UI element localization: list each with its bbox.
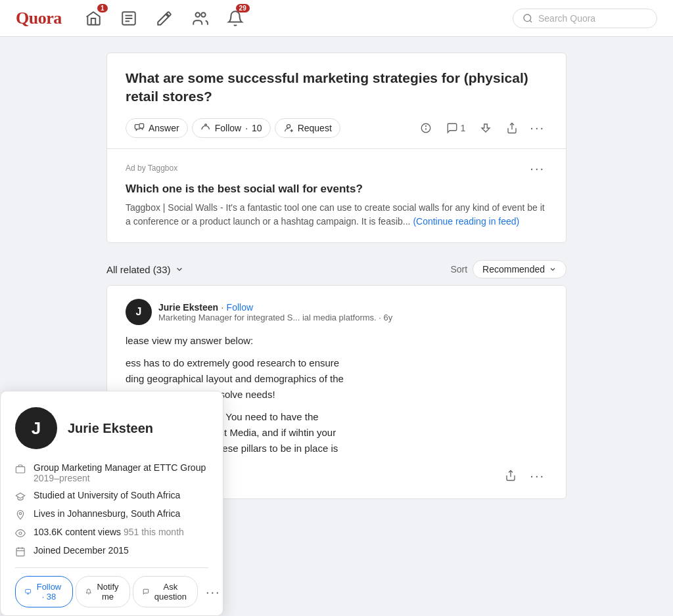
- ad-more-button[interactable]: ···: [527, 161, 547, 176]
- ad-text: Taggbox | Social Walls - It's a fantasti…: [126, 201, 547, 229]
- nav-edit[interactable]: [152, 7, 176, 30]
- home-badge: 1: [97, 4, 108, 12]
- briefcase-icon: [15, 464, 26, 474]
- answer-more-button[interactable]: ···: [527, 468, 547, 483]
- question-title: What are some successful marketing strat…: [126, 69, 547, 106]
- author-avatar: J: [126, 299, 152, 325]
- author-name-row: Jurie Eksteen · Follow: [158, 301, 392, 313]
- all-related-button[interactable]: All related (33): [106, 264, 184, 275]
- comment-button[interactable]: 1: [441, 118, 471, 138]
- nav-home[interactable]: 1: [81, 7, 105, 30]
- ad-card: Ad by Taggbox ··· Which one is the best …: [107, 148, 566, 242]
- share-icon: [506, 122, 518, 134]
- popup-location: Lives in Johannesburg, South Africa: [34, 508, 180, 515]
- ad-label: Ad by Taggbox: [126, 164, 177, 173]
- nav-notifications[interactable]: 29: [223, 7, 247, 30]
- follow-icon: [200, 123, 211, 133]
- nav-answers[interactable]: [117, 7, 141, 30]
- location-icon: [15, 510, 26, 515]
- popup-education: Studied at University of South Africa: [34, 490, 180, 500]
- svg-point-5: [201, 12, 206, 16]
- profile-popup-overlay: J Jurie Eksteen Group Marketing Manager …: [0, 391, 223, 515]
- notifications-badge: 29: [236, 4, 250, 12]
- chevron-down-icon: [175, 265, 184, 274]
- ad-title: Which one is the best social wall for ev…: [126, 183, 547, 196]
- answer-label: Answer: [149, 123, 179, 133]
- sort-option: Recommended: [482, 264, 545, 275]
- svg-point-17: [19, 512, 21, 514]
- author-meta: Marketing Manager for integrated S... ia…: [158, 313, 392, 322]
- answer-icon: [134, 123, 145, 133]
- search-icon: [522, 13, 533, 24]
- downvote-icon: [480, 122, 492, 134]
- question-card: What are some successful marketing strat…: [106, 53, 567, 243]
- request-label: Request: [298, 123, 332, 133]
- search-placeholder: Search Quora: [538, 13, 595, 24]
- popup-detail-education: Studied at University of South Africa: [15, 490, 208, 502]
- popup-header: J Jurie Eksteen: [15, 407, 208, 449]
- answer-author: J Jurie Eksteen · Follow Marketing Manag…: [126, 299, 547, 325]
- comment-icon: [446, 122, 458, 134]
- search-bar[interactable]: Search Quora: [513, 9, 657, 28]
- svg-point-4: [195, 12, 200, 16]
- info-button[interactable]: [415, 118, 437, 138]
- request-button[interactable]: Request: [275, 118, 340, 138]
- author-info: Jurie Eksteen · Follow Marketing Manager…: [158, 301, 392, 322]
- sort-controls: Sort Recommended: [450, 260, 567, 278]
- answer-share-icon: [505, 470, 517, 481]
- answer-button[interactable]: Answer: [126, 118, 188, 138]
- sort-chevron-icon: [549, 265, 557, 273]
- nav-icons: 1 29: [81, 7, 247, 30]
- nav-people[interactable]: [188, 7, 212, 30]
- share-button[interactable]: [501, 118, 523, 138]
- popup-detail-job: Group Marketing Manager at ETTC Group 20…: [15, 462, 208, 483]
- sort-label: Sort: [450, 264, 467, 275]
- follow-separator: ·: [245, 123, 248, 133]
- svg-point-6: [524, 14, 531, 22]
- more-button[interactable]: ···: [527, 120, 547, 135]
- downvote-button[interactable]: [475, 118, 497, 138]
- quora-logo: Quora: [16, 9, 62, 28]
- profile-popup: J Jurie Eksteen Group Marketing Manager …: [0, 391, 223, 515]
- ad-continue-link[interactable]: (Continue reading in feed): [413, 216, 519, 227]
- question-actions: Answer Follow · 10 Request: [126, 118, 547, 138]
- svg-point-8: [287, 124, 290, 127]
- comment-count: 1: [461, 123, 466, 133]
- popup-detail-location: Lives in Johannesburg, South Africa: [15, 508, 208, 515]
- info-icon: [420, 122, 432, 134]
- popup-name: Jurie Eksteen: [68, 421, 153, 436]
- follow-question-button[interactable]: Follow · 10: [192, 118, 271, 138]
- graduation-icon: [15, 491, 26, 502]
- svg-rect-16: [16, 467, 24, 473]
- follow-label: Follow: [215, 123, 241, 133]
- filter-bar: All related (33) Sort Recommended: [106, 251, 567, 285]
- popup-avatar: J: [15, 407, 57, 449]
- popup-details: Group Marketing Manager at ETTC Group 20…: [15, 462, 208, 515]
- answer-share-button[interactable]: [499, 466, 522, 485]
- author-follow-link[interactable]: Follow: [227, 302, 253, 313]
- request-icon: [283, 123, 294, 133]
- sort-button[interactable]: Recommended: [473, 260, 567, 278]
- follow-count: 10: [252, 123, 262, 133]
- header: Quora 1 29 Search Quora: [0, 0, 673, 37]
- svg-point-7: [204, 124, 206, 126]
